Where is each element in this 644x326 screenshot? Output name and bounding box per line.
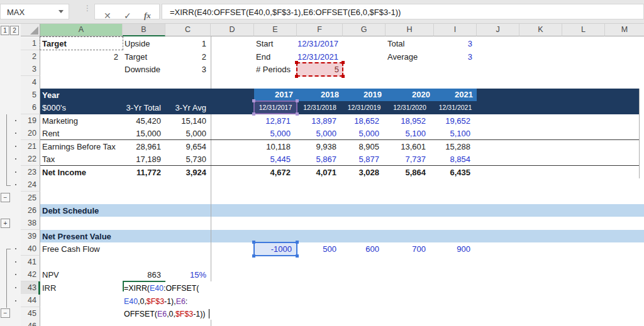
cell[interactable]: 3,028 (343, 166, 382, 179)
cell-I1[interactable]: 3 (434, 37, 475, 50)
cell[interactable]: 15,288 (434, 140, 474, 153)
cell-C42[interactable]: 15% (165, 268, 209, 281)
formula-edit-line-3[interactable]: OFFSET(E6,0,$F$3-1)) (124, 308, 205, 320)
cell[interactable]: 5,100 (434, 127, 474, 140)
cell-I2[interactable]: 3 (434, 50, 475, 63)
range-handle[interactable] (341, 61, 345, 64)
col-header-J[interactable]: J (477, 24, 519, 36)
cell-G40[interactable]: 600 (343, 242, 382, 256)
cell[interactable]: 6,435 (434, 166, 474, 179)
range-handle[interactable] (341, 75, 345, 78)
row-header-24[interactable]: 24 (21, 178, 40, 192)
cell[interactable]: 5,000 (165, 127, 209, 140)
cancel-icon[interactable]: ✕ (104, 11, 111, 21)
cell-E1[interactable]: Start (256, 37, 273, 50)
cell[interactable]: 13,897 (297, 114, 340, 128)
name-box-value[interactable]: MAX (7, 8, 25, 17)
cell[interactable]: 11,772 (123, 166, 164, 179)
range-handle[interactable] (252, 112, 255, 116)
row-header-19[interactable]: 19 (21, 114, 40, 128)
range-handle[interactable] (252, 241, 255, 244)
cell-B3[interactable]: Downside (125, 63, 160, 76)
cell[interactable]: 10,118 (254, 140, 294, 153)
cell-F1[interactable]: 12/31/2017 (297, 37, 341, 50)
name-box-dropdown-icon[interactable] (58, 10, 64, 13)
range-handle[interactable] (296, 99, 299, 102)
cell[interactable]: 5,867 (297, 153, 340, 166)
enter-icon[interactable]: ✓ (124, 11, 131, 21)
name-box[interactable]: MAX (0, 4, 69, 19)
outline-level-2-button[interactable]: 2 (10, 26, 19, 35)
cell-B1[interactable]: Upside (125, 37, 150, 50)
row-header-43[interactable]: 43 (21, 281, 40, 295)
cell-H1[interactable]: Total (387, 37, 404, 50)
cell-E40-blue-reference[interactable]: -1000 (253, 242, 297, 256)
row-header-2[interactable]: 2 (21, 50, 40, 63)
col-header-K[interactable]: K (519, 24, 562, 36)
cell-E6-value[interactable]: 12/31/2017 (255, 102, 296, 115)
select-all-corner[interactable] (21, 24, 40, 36)
cell[interactable]: 8,854 (434, 153, 474, 166)
row-header-44[interactable]: 44 (21, 294, 40, 307)
cell-I6[interactable]: 12/31/2021 (434, 101, 477, 114)
formula-text[interactable]: =XIRR(E40:OFFSET(E40,0,$F$3-1),E6:OFFSET… (170, 8, 401, 17)
cell-A43[interactable]: IRR (42, 281, 56, 295)
row-header-20[interactable]: 20 (21, 127, 40, 140)
formula-input[interactable]: =XIRR(E40:OFFSET(E40,0,$F$3-1),E6:OFFSET… (162, 4, 644, 19)
cell-H6[interactable]: 12/31/2020 (386, 101, 434, 114)
cell[interactable]: 5,000 (297, 127, 340, 140)
col-header-G[interactable]: G (343, 24, 386, 36)
cell-F3-value[interactable]: 5 (297, 63, 342, 77)
cell[interactable]: 15,000 (123, 127, 164, 140)
col-header-F[interactable]: F (297, 24, 343, 36)
range-handle[interactable] (296, 254, 299, 258)
row-header-1[interactable]: 1 (21, 37, 40, 50)
cell-F6[interactable]: 12/31/2018 (297, 101, 343, 114)
range-handle[interactable] (252, 254, 255, 258)
cell-C3[interactable]: 3 (165, 63, 209, 76)
cell[interactable]: 28,961 (123, 140, 164, 153)
cell[interactable]: 5,877 (343, 153, 382, 166)
cell[interactable]: 5,864 (386, 166, 429, 179)
row-header-45[interactable]: 45 (21, 307, 40, 320)
cell-G6[interactable]: 12/31/2019 (343, 101, 386, 114)
row-header-39[interactable]: 39 (21, 230, 40, 243)
cell-B2[interactable]: Target (125, 50, 147, 63)
range-handle[interactable] (295, 61, 298, 64)
cell[interactable]: 4,672 (254, 166, 294, 179)
row-label[interactable]: Net Income (42, 166, 86, 179)
row-header-5[interactable]: 5 (21, 89, 40, 102)
cell[interactable]: 7,737 (386, 153, 429, 166)
row-label[interactable]: Rent (42, 127, 59, 140)
cell-E5[interactable]: 2017 (254, 89, 297, 101)
cell[interactable]: 3,924 (165, 166, 209, 179)
cell-A39[interactable]: Net Present Value (42, 230, 111, 243)
formula-edit-line-2[interactable]: E40,0,$F$3-1),E6: (124, 295, 187, 308)
row-header-6[interactable]: 6 (21, 101, 40, 114)
range-handle[interactable] (296, 241, 299, 244)
formula-edit-line-1[interactable]: =XIRR(E40:OFFSET( (124, 282, 199, 295)
row-label[interactable]: Tax (42, 153, 55, 166)
cell-F40[interactable]: 500 (297, 242, 340, 256)
cell-A40[interactable]: Free Cash Flow (42, 242, 100, 256)
range-handle[interactable] (252, 99, 255, 102)
col-header-I[interactable]: I (434, 24, 477, 36)
cell-E6-purple-reference[interactable]: 12/31/2017 (253, 101, 297, 114)
cell-A42[interactable]: NPV (42, 268, 59, 281)
cell-B42[interactable]: 863 (123, 268, 164, 281)
row-label[interactable]: Marketing (42, 114, 78, 128)
cell[interactable]: 5,445 (254, 153, 294, 166)
cell[interactable]: 5,000 (343, 127, 382, 140)
col-header-C[interactable]: C (165, 24, 211, 36)
row-header-21[interactable]: 21 (21, 140, 40, 153)
cell[interactable]: 15,140 (165, 114, 209, 128)
col-header-E[interactable]: E (254, 24, 297, 36)
cell[interactable]: 5,730 (165, 153, 209, 166)
cell[interactable]: 9,938 (297, 140, 340, 153)
col-header-B[interactable]: B (123, 24, 165, 36)
cell-H2[interactable]: Average (387, 50, 418, 63)
cell-C2[interactable]: 2 (165, 50, 209, 63)
col-header-H[interactable]: H (386, 24, 434, 36)
cell[interactable]: 5,100 (386, 127, 429, 140)
cell-I40[interactable]: 900 (434, 242, 474, 256)
